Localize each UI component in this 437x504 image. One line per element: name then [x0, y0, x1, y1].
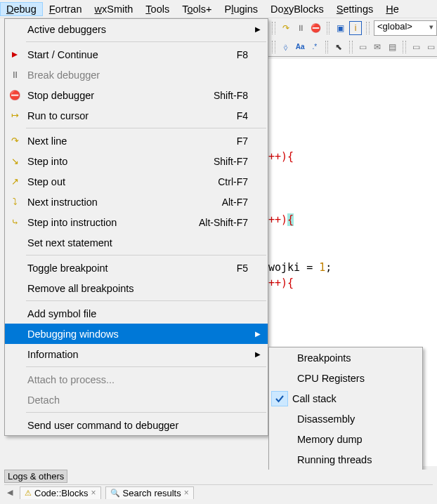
submenu-breakpoints[interactable]: Breakpoints	[269, 347, 422, 368]
menu-doxyblocks[interactable]: DoxyBlocks	[264, 2, 330, 16]
debug-menu: Active debuggers ▶ Start / Continue F8 ⏸…	[4, 18, 268, 436]
code-token: 1	[319, 261, 325, 274]
step-out-icon: ↗	[5, 176, 25, 187]
tab-nav-left-icon[interactable]: ◀	[4, 488, 15, 497]
submenu-cpu-registers[interactable]: CPU Registers	[269, 368, 422, 388]
text-aa-icon[interactable]: Aa	[294, 40, 306, 54]
menuitem-accel: F8	[237, 49, 268, 60]
submenu-running-threads[interactable]: Running threads	[269, 449, 422, 470]
menuitem-accel: Alt-F7	[222, 197, 268, 208]
menuitem-label: Next instruction	[25, 197, 222, 208]
menuitem-label: Memory dump	[290, 434, 422, 445]
menuitem-label: Send user command to debugger	[25, 420, 268, 431]
debug-info-icon[interactable]: i	[349, 21, 362, 35]
panel-title[interactable]: Logs & others	[4, 470, 67, 483]
menuitem-step-into[interactable]: ↘ Step into Shift-F7	[5, 151, 268, 171]
toolbar-grip[interactable]	[327, 22, 330, 34]
menuitem-label: Information	[25, 349, 268, 360]
menuitem-remove-all-breakpoints[interactable]: Remove all breakpoints	[5, 278, 268, 298]
menu-tools-plus[interactable]: Tools+	[176, 2, 218, 16]
bottom-tab-row: ◀ ⚠ Code::Blocks × 🔍 Search results ×	[4, 484, 433, 500]
menuitem-start-continue[interactable]: Start / Continue F8	[5, 44, 268, 65]
regex-icon[interactable]: .*	[308, 40, 321, 54]
debug-step-icon[interactable]: ↷	[280, 21, 292, 35]
menu-debug[interactable]: Debug	[0, 2, 43, 16]
cursor-icon[interactable]: ⬉	[332, 40, 345, 54]
code-token: ++){	[268, 277, 294, 289]
menuitem-set-next-statement[interactable]: Set next statement	[5, 232, 268, 253]
menuitem-run-to-cursor[interactable]: ↦ Run to cursor F4	[5, 105, 268, 126]
scope-selector[interactable]: <global>	[374, 20, 437, 36]
menuitem-label: Call stack	[289, 393, 422, 404]
check-icon	[271, 391, 288, 406]
menuitem-step-out[interactable]: ↗ Step out Ctrl-F7	[5, 171, 268, 192]
menuitem-accel: Shift-F7	[214, 156, 268, 167]
menuitem-label: Detach	[25, 394, 268, 406]
toolbar-grip[interactable]	[349, 41, 353, 53]
menu-help[interactable]: He	[379, 2, 405, 16]
menuitem-accel: F5	[237, 263, 268, 274]
mail-icon[interactable]: ✉	[371, 40, 384, 54]
next-instruction-icon: ⤵	[5, 197, 25, 207]
debug-stop-icon[interactable]: ⛔	[309, 21, 322, 35]
rect2-icon[interactable]: ▭	[410, 40, 423, 54]
menuitem-add-symbol-file[interactable]: Add symbol file	[5, 303, 268, 324]
menu-separator	[26, 366, 266, 367]
debug-pause-icon[interactable]: ⏸	[294, 21, 307, 35]
menuitem-debugging-windows[interactable]: Debugging windows ▶	[5, 324, 268, 344]
menuitem-label: Toggle breakpoint	[25, 263, 237, 274]
pause-icon: ⏸	[5, 69, 25, 80]
menu-fortran[interactable]: Fortran	[43, 2, 89, 16]
menuitem-label: Running threads	[290, 454, 422, 465]
menu-wxsmith[interactable]: wxSmith	[89, 2, 140, 16]
menu-tools[interactable]: Tools	[139, 2, 176, 16]
menuitem-label: Start / Continue	[25, 49, 237, 60]
toolbar-grip[interactable]	[403, 41, 406, 53]
menuitem-detach: Detach	[5, 390, 268, 410]
doc-icon[interactable]: ▤	[386, 40, 398, 54]
debug-windows-icon[interactable]: ▣	[334, 21, 346, 35]
menuitem-toggle-breakpoint[interactable]: Toggle breakpoint F5	[5, 258, 268, 278]
menuitem-information[interactable]: Information ▶	[5, 344, 268, 364]
menuitem-label: Debugging windows	[25, 329, 268, 340]
scope-selector-value: <global>	[377, 21, 412, 32]
close-icon[interactable]: ×	[184, 488, 189, 498]
menuitem-next-instruction[interactable]: ⤵ Next instruction Alt-F7	[5, 192, 268, 212]
code-token: ;	[325, 261, 332, 274]
menuitem-active-debuggers[interactable]: Active debuggers ▶	[5, 19, 268, 39]
menuitem-label: Next line	[25, 135, 237, 147]
submenu-call-stack[interactable]: Call stack	[269, 388, 422, 409]
tab-code-blocks[interactable]: ⚠ Code::Blocks ×	[20, 486, 101, 499]
menuitem-label: Active debuggers	[25, 24, 268, 35]
toolbar-grip[interactable]	[272, 22, 275, 34]
toolbar-grip[interactable]	[325, 41, 329, 53]
menubar: Debug Fortran wxSmith Tools Tools+ Plugi…	[0, 0, 437, 18]
submenu-memory-dump[interactable]: Memory dump	[269, 429, 422, 449]
tab-search-results[interactable]: 🔍 Search results ×	[105, 486, 194, 499]
code-token: ++)	[268, 213, 287, 226]
menuitem-label: Disassembly	[290, 413, 422, 425]
menuitem-label: Step out	[25, 176, 218, 187]
toolbar-grip[interactable]	[366, 22, 370, 34]
menuitem-step-into-instruction[interactable]: ⤷ Step into instruction Alt-Shift-F7	[5, 212, 268, 232]
warning-icon: ⚠	[25, 489, 32, 498]
menuitem-accel: F4	[237, 110, 268, 121]
menuitem-stop-debugger[interactable]: ⛔ Stop debugger Shift-F8	[5, 85, 268, 105]
toolbar-grip[interactable]	[272, 41, 275, 53]
highlight-icon[interactable]: ⎀	[280, 40, 292, 54]
menuitem-accel: Ctrl-F7	[218, 176, 268, 187]
menu-plugins[interactable]: Plugins	[218, 2, 265, 16]
menuitem-accel: Shift-F8	[214, 90, 268, 101]
menuitem-label: Run to cursor	[25, 110, 237, 121]
tab-label: Code::Blocks	[34, 488, 89, 498]
menuitem-label: Attach to process...	[25, 374, 268, 385]
step-into-icon: ↘	[5, 156, 25, 166]
rect3-icon[interactable]: ▭	[424, 40, 437, 54]
rect-icon[interactable]: ▭	[357, 40, 370, 54]
submenu-disassembly[interactable]: Disassembly	[269, 409, 422, 429]
menuitem-send-user-command[interactable]: Send user command to debugger	[5, 415, 268, 435]
menu-settings[interactable]: Settings	[330, 2, 379, 16]
close-icon[interactable]: ×	[91, 488, 96, 498]
menuitem-next-line[interactable]: ↷ Next line F7	[5, 131, 268, 151]
submenu-arrow-icon: ▶	[255, 350, 261, 358]
